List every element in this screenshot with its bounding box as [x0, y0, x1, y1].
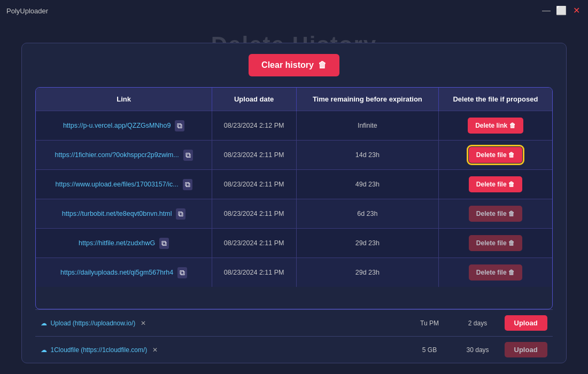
- cloud-icon-1cloudfile: ☁: [41, 346, 47, 354]
- cell-date-1: 08/23/2024 2:11 PM: [212, 141, 296, 170]
- delete-button-5[interactable]: Delete file 🗑: [469, 264, 522, 280]
- delete-button-1[interactable]: Delete file 🗑: [469, 147, 522, 163]
- cell-link-4: https://hitfile.net/zudxhwG⧉: [36, 229, 212, 258]
- cell-date-2: 08/23/2024 2:11 PM: [212, 170, 296, 199]
- col-link: Link: [36, 88, 212, 111]
- title-bar: PolyUploader — ⬜ ✕: [0, 0, 588, 21]
- cell-time-2: 49d 23h: [296, 170, 439, 199]
- copy-icon-2[interactable]: ⧉: [183, 179, 192, 190]
- table-row: https://1fichier.com/?0okhsppcr2p9zwim..…: [36, 141, 552, 170]
- link-url-4[interactable]: https://hitfile.net/zudxhwG: [79, 239, 155, 247]
- table-row: https://turbobit.net/te8eqvt0bnvn.html⧉0…: [36, 199, 552, 229]
- col-time-remaining: Time remaining before expiration: [296, 88, 439, 111]
- table-row: https://dailyuploads.net/qi5gm567hrh4⧉08…: [36, 258, 552, 287]
- cell-link-5: https://dailyuploads.net/qi5gm567hrh4⧉: [36, 258, 212, 287]
- history-table-container: Link Upload date Time remaining before e…: [35, 87, 552, 309]
- bottom-bar: ☁ Upload (https://uploadnow.io/) ✕ Tu PM…: [35, 309, 552, 363]
- copy-icon-0[interactable]: ⧉: [175, 120, 184, 131]
- bottom-days-1cloudfile: 30 days: [457, 346, 499, 354]
- upload-button-1cloudfile[interactable]: Upload: [505, 342, 547, 357]
- copy-icon-4[interactable]: ⧉: [159, 238, 169, 249]
- modal-panel: Clear history 🗑 Link Upload date Time re…: [21, 43, 567, 363]
- table-header-row: Link Upload date Time remaining before e…: [36, 88, 552, 111]
- col-delete: Delete the file if proposed: [439, 88, 552, 111]
- cell-date-3: 08/23/2024 2:11 PM: [212, 199, 296, 229]
- bottom-provider-upload: Upload (https://uploadnow.io/): [50, 320, 135, 327]
- delete-button-0[interactable]: Delete link 🗑: [468, 118, 523, 134]
- cell-link-3: https://turbobit.net/te8eqvt0bnvn.html⧉: [36, 199, 212, 229]
- cloud-icon: ☁: [41, 320, 47, 327]
- cell-link-2: https://www.upload.ee/files/17003157/ic.…: [36, 170, 212, 199]
- bottom-row-upload: ☁ Upload (https://uploadnow.io/) ✕ Tu PM…: [35, 310, 552, 337]
- link-url-5[interactable]: https://dailyuploads.net/qi5gm567hrh4: [60, 269, 173, 276]
- cell-action-1: Delete file 🗑: [439, 141, 552, 170]
- bottom-link-1cloudfile: ☁ 1Cloudfile (https://1cloudfile.com/) ✕: [41, 346, 403, 354]
- app-title: PolyUploader: [6, 7, 48, 15]
- delete-button-2[interactable]: Delete file 🗑: [469, 176, 522, 192]
- table-row: https://p-u.vercel.app/QZZGsMNho9⧉08/23/…: [36, 111, 552, 141]
- bottom-size-1cloudfile: 5 GB: [408, 346, 451, 354]
- copy-icon-1[interactable]: ⧉: [183, 150, 193, 161]
- cell-action-5: Delete file 🗑: [439, 258, 552, 287]
- bottom-link-upload: ☁ Upload (https://uploadnow.io/) ✕: [41, 320, 403, 327]
- cell-date-5: 08/23/2024 2:11 PM: [212, 258, 296, 287]
- cell-action-3: Delete file 🗑: [439, 199, 552, 229]
- link-url-0[interactable]: https://p-u.vercel.app/QZZGsMNho9: [63, 122, 171, 129]
- bottom-size-upload: Tu PM: [408, 320, 451, 327]
- bottom-days-upload: 2 days: [457, 320, 499, 327]
- cell-time-1: 14d 23h: [296, 141, 439, 170]
- delete-button-4[interactable]: Delete file 🗑: [469, 235, 522, 251]
- table-row: https://www.upload.ee/files/17003157/ic.…: [36, 170, 552, 199]
- cell-time-5: 29d 23h: [296, 258, 439, 287]
- cell-time-3: 6d 23h: [296, 199, 439, 229]
- upload-button-upload[interactable]: Upload: [505, 315, 547, 331]
- history-table: Link Upload date Time remaining before e…: [36, 88, 552, 287]
- clear-history-label: Clear history: [261, 60, 314, 70]
- cell-link-0: https://p-u.vercel.app/QZZGsMNho9⧉: [36, 111, 212, 141]
- copy-icon-3[interactable]: ⧉: [176, 208, 185, 220]
- bottom-provider-1cloudfile: 1Cloudfile (https://1cloudfile.com/): [50, 346, 147, 354]
- cell-action-4: Delete file 🗑: [439, 229, 552, 258]
- link-url-1[interactable]: https://1fichier.com/?0okhsppcr2p9zwim..…: [55, 151, 179, 159]
- bottom-row-1cloudfile: ☁ 1Cloudfile (https://1cloudfile.com/) ✕…: [35, 337, 552, 363]
- cell-date-4: 08/23/2024 2:11 PM: [212, 229, 296, 258]
- maximize-button[interactable]: ⬜: [556, 6, 567, 15]
- cell-time-0: Infinite: [296, 111, 439, 141]
- cell-date-0: 08/23/2024 2:12 PM: [212, 111, 296, 141]
- close-button[interactable]: ✕: [571, 6, 582, 15]
- col-upload-date: Upload date: [212, 88, 296, 111]
- link-url-3[interactable]: https://turbobit.net/te8eqvt0bnvn.html: [62, 210, 172, 217]
- cell-action-2: Delete file 🗑: [439, 170, 552, 199]
- link-url-2[interactable]: https://www.upload.ee/files/17003157/ic.…: [56, 181, 179, 188]
- trash-icon: 🗑: [318, 60, 327, 70]
- close-icon-upload[interactable]: ✕: [141, 320, 146, 327]
- clear-history-button[interactable]: Clear history 🗑: [249, 54, 339, 76]
- close-icon-1cloudfile[interactable]: ✕: [152, 346, 158, 354]
- delete-button-3[interactable]: Delete file 🗑: [469, 206, 522, 222]
- window-controls: — ⬜ ✕: [541, 6, 582, 15]
- table-row: https://hitfile.net/zudxhwG⧉08/23/2024 2…: [36, 229, 552, 258]
- cell-action-0: Delete link 🗑: [439, 111, 552, 141]
- cell-time-4: 29d 23h: [296, 229, 439, 258]
- cell-link-1: https://1fichier.com/?0okhsppcr2p9zwim..…: [36, 141, 212, 170]
- minimize-button[interactable]: —: [541, 6, 552, 15]
- copy-icon-5[interactable]: ⧉: [177, 267, 187, 278]
